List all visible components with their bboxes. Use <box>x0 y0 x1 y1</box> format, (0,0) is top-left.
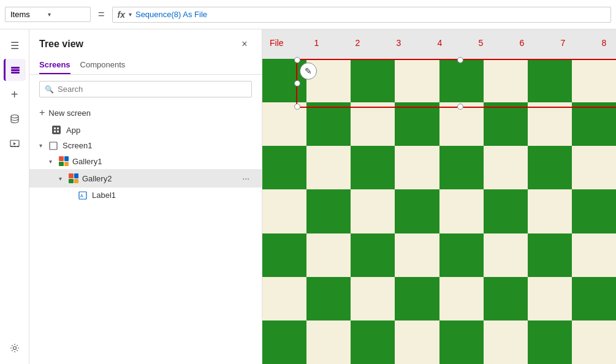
checker-cell <box>262 102 306 146</box>
checker-cell <box>528 146 572 189</box>
equals-sign: = <box>96 8 107 21</box>
col-label-7: 7 <box>542 38 584 48</box>
settings-button[interactable] <box>4 337 26 359</box>
canvas-area[interactable]: File 1 2 3 4 5 6 7 8 ✎ <box>262 29 616 364</box>
checker-cell <box>306 189 351 233</box>
checker-cell <box>351 59 395 102</box>
tree-item-label1[interactable]: A Label1 <box>29 188 262 203</box>
top-bar: Items ▾ = fx ▾ Sequence(8) As File <box>0 0 616 29</box>
app-icon <box>51 125 61 135</box>
screen-icon <box>49 142 58 150</box>
checker-cell <box>351 102 395 146</box>
checker-cell <box>572 146 616 189</box>
gallery2-label: Gallery2 <box>82 174 237 183</box>
media-button[interactable] <box>4 132 26 154</box>
add-button[interactable]: + <box>4 83 26 105</box>
tab-components[interactable]: Components <box>80 56 126 74</box>
col-label-2: 2 <box>337 38 378 48</box>
col-label-4: 4 <box>419 38 460 48</box>
tab-screens[interactable]: Screens <box>39 56 70 74</box>
formula-bar[interactable]: fx ▾ Sequence(8) As File <box>112 7 611 23</box>
svg-rect-0 <box>11 67 20 69</box>
tree-item-gallery2[interactable]: ▾ Gallery2 ··· <box>29 169 262 188</box>
plus-icon: + <box>39 107 45 118</box>
checker-cell <box>528 233 572 277</box>
items-dropdown-label: Items <box>10 10 48 19</box>
tree-tabs: Screens Components <box>29 56 262 75</box>
svg-text:A: A <box>80 194 83 198</box>
checker-cell <box>439 233 484 277</box>
gallery1-label: Gallery1 <box>72 157 252 166</box>
checker-cell <box>395 320 439 364</box>
tree-header: Tree view × <box>29 29 262 56</box>
items-dropdown[interactable]: Items ▾ <box>5 7 91 22</box>
checker-cell <box>306 233 351 277</box>
checker-cell <box>484 102 528 146</box>
app-item-label: App <box>66 126 252 135</box>
layers-button[interactable] <box>4 59 26 81</box>
svg-rect-5 <box>10 146 13 147</box>
search-icon: 🔍 <box>45 85 54 94</box>
gallery2-icon <box>69 173 78 183</box>
column-labels: 1 2 3 4 5 6 7 8 <box>296 38 616 48</box>
checker-cell <box>439 59 484 102</box>
close-tree-button[interactable]: × <box>237 37 252 51</box>
checker-cell <box>484 59 528 102</box>
checker-cell <box>528 277 572 320</box>
new-screen-label: New screen <box>48 108 91 118</box>
checker-cell <box>395 189 439 233</box>
svg-rect-6 <box>13 146 16 147</box>
checker-cell <box>306 146 351 189</box>
col-label-3: 3 <box>378 38 419 48</box>
hamburger-menu-button[interactable]: ☰ <box>4 34 26 56</box>
checker-cell <box>572 320 616 364</box>
checker-cell <box>306 102 351 146</box>
checker-cell <box>439 189 484 233</box>
checker-cell <box>439 320 484 364</box>
file-label: File <box>270 38 284 48</box>
checker-cell <box>262 233 306 277</box>
fx-icon: fx <box>118 10 125 20</box>
checker-cell <box>306 320 351 364</box>
database-button[interactable] <box>4 108 26 130</box>
dropdown-chevron-icon: ▾ <box>48 11 85 18</box>
checker-cell <box>484 146 528 189</box>
svg-rect-2 <box>11 72 20 74</box>
search-box[interactable]: 🔍 <box>39 81 252 97</box>
checker-cell <box>306 59 351 102</box>
checker-cell <box>572 233 616 277</box>
checker-cell <box>528 320 572 364</box>
search-input[interactable] <box>58 85 246 94</box>
col-label-5: 5 <box>460 38 501 48</box>
col-label-6: 6 <box>501 38 542 48</box>
more-options-button[interactable]: ··· <box>240 172 252 184</box>
checker-cell <box>351 189 395 233</box>
checker-cell <box>484 320 528 364</box>
formula-text: Sequence(8) As File <box>135 10 207 19</box>
chevron-right-icon: ▾ <box>49 158 56 165</box>
chevron-down2-icon: ▾ <box>59 175 66 182</box>
checker-cell <box>262 146 306 189</box>
svg-rect-12 <box>54 131 56 132</box>
svg-rect-9 <box>52 126 61 134</box>
svg-rect-1 <box>11 69 20 71</box>
checker-cell <box>262 59 306 102</box>
checker-cell <box>262 189 306 233</box>
tree-item-screen1[interactable]: ▾ Screen1 <box>29 138 262 153</box>
tree-title: Tree view <box>39 39 83 50</box>
checker-cell <box>306 277 351 320</box>
tree-item-app[interactable]: App <box>29 122 262 138</box>
svg-rect-11 <box>57 127 59 129</box>
checker-cell <box>351 233 395 277</box>
tree-item-gallery1[interactable]: ▾ Gallery1 <box>29 153 262 169</box>
checker-cell <box>439 277 484 320</box>
checker-cell <box>262 320 306 364</box>
checker-cell <box>484 277 528 320</box>
checker-cell <box>395 146 439 189</box>
checker-cell <box>351 146 395 189</box>
svg-rect-10 <box>54 127 56 129</box>
checker-cell <box>528 102 572 146</box>
checker-cell <box>395 233 439 277</box>
new-screen-button[interactable]: + New screen <box>29 104 262 122</box>
svg-rect-14 <box>50 142 57 150</box>
